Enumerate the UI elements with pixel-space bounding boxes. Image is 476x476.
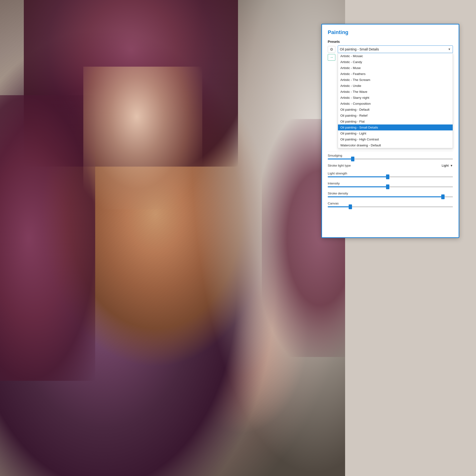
canvas-fill: [328, 206, 350, 207]
presets-label: Presets: [328, 40, 453, 44]
smudging-thumb[interactable]: [351, 157, 354, 161]
canvas-label: Canvas: [328, 202, 453, 205]
face-highlight: [83, 67, 202, 209]
light-strength-label: Light strength: [328, 171, 453, 175]
dropdown-item[interactable]: Artistic - Composition: [338, 101, 453, 107]
stroke-light-type-label: Stroke light type: [328, 164, 442, 167]
light-strength-track[interactable]: [328, 176, 453, 177]
toolbar-icons: ⚙ →: [328, 46, 335, 61]
presets-row: ⚙ → Oil painting - Small Details ▼ Artis…: [328, 46, 453, 61]
hair-left: [0, 95, 95, 381]
preset-select-wrapper: Oil painting - Small Details ▼ Artistic …: [338, 46, 453, 53]
dropdown-item[interactable]: Oil painting - Flat: [338, 119, 453, 124]
partial-sliders-section: Smudging Stroke light type Light ▼ Light…: [328, 151, 453, 207]
stroke-density-fill: [328, 196, 443, 197]
dropdown-item[interactable]: Watercolor drawing - Default: [338, 142, 453, 148]
dropdown-item[interactable]: Artistic - The Wave: [338, 89, 453, 95]
stroke-density-thumb[interactable]: [441, 194, 444, 199]
selected-preset-label: Oil painting - Small Details: [340, 47, 379, 51]
canvas-slider-row: Canvas: [328, 202, 453, 207]
painting-area: [0, 0, 345, 476]
canvas-thumb[interactable]: [349, 204, 352, 209]
dropdown-item[interactable]: Artistic - Mosaic: [338, 53, 453, 59]
dropdown-item[interactable]: Oil painting - Light: [338, 130, 453, 136]
stroke-light-type-row: Stroke light type Light ▼: [328, 164, 453, 167]
dropdown-item[interactable]: Artistic - The Scream: [338, 77, 453, 83]
settings-icon: ⚙: [330, 47, 333, 52]
dropdown-item[interactable]: Oil painting - Default: [338, 107, 453, 113]
preset-dropdown-list: Artistic - MosaicArtistic - CandyArtisti…: [338, 53, 453, 148]
smudging-slider-row: Smudging: [328, 154, 453, 159]
stroke-density-track[interactable]: [328, 196, 453, 197]
stroke-density-label: Stroke density: [328, 192, 453, 195]
dropdown-item[interactable]: Oil painting - Small Details: [338, 124, 453, 130]
painting-canvas: [0, 0, 345, 476]
light-strength-thumb[interactable]: [386, 174, 389, 179]
stroke-light-type-value: Light: [442, 164, 449, 167]
smudging-track[interactable]: [328, 158, 453, 159]
preset-select-display[interactable]: Oil painting - Small Details ▼: [338, 46, 453, 53]
intensity-slider-row: Intensity: [328, 182, 453, 187]
intensity-thumb[interactable]: [386, 185, 389, 189]
dropdown-item[interactable]: Artistic - Muse: [338, 65, 453, 71]
dropdown-item[interactable]: Artistic - Feathers: [338, 71, 453, 77]
dropdown-item[interactable]: Oil painting - Relief: [338, 113, 453, 119]
dropdown-item[interactable]: Oil painting - High Contrast: [338, 136, 453, 142]
apply-button[interactable]: →: [328, 54, 335, 61]
canvas-track[interactable]: [328, 206, 453, 207]
panel: Painting Presets ⚙ → Oil painting - Smal…: [321, 24, 459, 238]
stroke-density-slider-row: Stroke density: [328, 192, 453, 197]
panel-title: Painting: [328, 29, 453, 35]
dropdown-item[interactable]: Artistic - Starry night: [338, 95, 453, 101]
intensity-track[interactable]: [328, 186, 453, 187]
intensity-label: Intensity: [328, 182, 453, 185]
light-strength-slider-row: Light strength: [328, 171, 453, 177]
intensity-fill: [328, 186, 388, 187]
stroke-light-type-select[interactable]: Light ▼: [442, 164, 453, 167]
settings-button[interactable]: ⚙: [328, 46, 335, 52]
apply-icon: →: [330, 55, 333, 60]
dropdown-item[interactable]: Artistic - Candy: [338, 59, 453, 65]
dropdown-item[interactable]: Artistic - Undie: [338, 83, 453, 89]
light-strength-fill: [328, 176, 388, 177]
smudging-fill: [328, 158, 353, 159]
chevron-down-icon: ▼: [448, 48, 451, 51]
stroke-light-chevron-icon: ▼: [450, 164, 453, 167]
smudging-label: Smudging: [328, 154, 453, 157]
